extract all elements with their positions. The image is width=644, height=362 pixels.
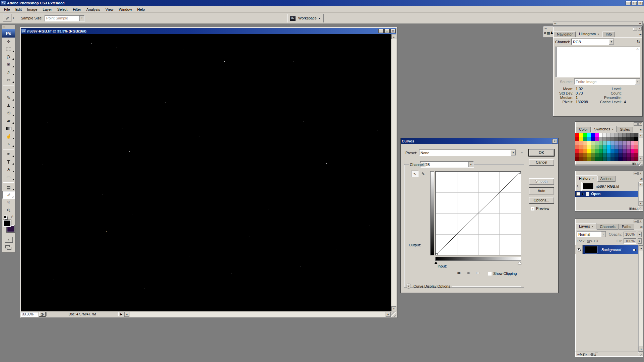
color-swatch[interactable] <box>583 141 587 145</box>
cut-panel-icon[interactable]: ✕ <box>543 31 546 35</box>
color-swatch[interactable] <box>603 153 607 157</box>
color-swatch[interactable] <box>611 149 615 153</box>
sample-size-select[interactable]: Point Sample ▼ <box>45 15 85 21</box>
gradient-tool[interactable] <box>2 125 15 132</box>
history-brush-source-well[interactable]: ↻ <box>575 182 581 191</box>
app-titlebar[interactable]: Ps Adobe Photoshop CS3 Extended —□× <box>0 0 644 6</box>
layer-thumbnail[interactable] <box>585 246 597 253</box>
zoom-tool[interactable]: ⚲ <box>2 206 15 214</box>
clone-stamp-tool[interactable]: ♟ <box>2 102 15 109</box>
tab-histogram[interactable]: Histogram× <box>576 31 602 37</box>
bridge-icon[interactable]: Br <box>290 16 296 21</box>
panel-header[interactable]: — × <box>575 122 643 126</box>
color-swatch[interactable] <box>595 141 599 145</box>
color-swatch[interactable] <box>583 145 587 149</box>
menu-layer[interactable]: Layer <box>40 7 55 12</box>
rectangular-marquee-tool[interactable] <box>2 45 15 53</box>
brushes-panel-icon[interactable]: ▦ <box>546 31 550 35</box>
quick-mask-button[interactable]: ○ <box>5 237 13 243</box>
color-swatch[interactable] <box>607 133 611 137</box>
magic-wand-tool[interactable]: ✳ <box>2 61 15 68</box>
color-swatch[interactable] <box>587 157 591 161</box>
color-swatch[interactable] <box>575 133 579 137</box>
color-swatch[interactable] <box>631 149 635 153</box>
horizontal-scroll-track[interactable] <box>130 312 385 317</box>
rectangle-tool[interactable]: ▭ <box>2 173 15 181</box>
color-swatch[interactable] <box>627 153 631 157</box>
color-swatch[interactable] <box>591 153 595 157</box>
color-swatch[interactable] <box>623 157 627 161</box>
dock-grip-icon[interactable]: ◂◂ <box>543 26 553 31</box>
slice-tool[interactable]: ✄ <box>2 76 15 84</box>
path-selection-tool[interactable]: ➤ <box>2 166 15 173</box>
menu-analysis[interactable]: Analysis <box>84 7 103 12</box>
color-swatch[interactable] <box>623 149 627 153</box>
panel-minimize-button[interactable]: — <box>634 172 638 175</box>
color-swatch[interactable] <box>595 133 599 137</box>
lock-position-icon[interactable]: ✛ <box>593 239 595 243</box>
color-swatch[interactable] <box>634 157 638 161</box>
white-point-eyedropper[interactable]: ✒ <box>476 270 480 276</box>
scroll-down-icon[interactable]: ▼ <box>391 306 396 311</box>
color-swatch[interactable] <box>599 137 603 141</box>
image-canvas[interactable] <box>21 34 391 311</box>
panel-close-button[interactable]: × <box>638 172 642 175</box>
panel-close-button[interactable]: × <box>638 122 642 126</box>
menu-edit[interactable]: Edit <box>13 7 24 12</box>
color-swatch[interactable] <box>575 149 579 153</box>
curves-titlebar[interactable]: Curves × <box>401 138 558 144</box>
color-swatch[interactable] <box>595 145 599 149</box>
fill-value[interactable]: 100% <box>624 238 636 244</box>
color-swatch[interactable] <box>599 149 603 153</box>
color-swatch[interactable] <box>634 149 638 153</box>
panel-close-button[interactable]: × <box>638 27 642 31</box>
color-swatch[interactable] <box>579 137 583 141</box>
color-swatch[interactable] <box>587 133 591 137</box>
color-swatch[interactable] <box>627 145 631 149</box>
vertical-scrollbar[interactable]: ▲ ▼ <box>391 34 396 311</box>
color-swatch[interactable] <box>619 137 623 141</box>
zoom-level-field[interactable]: 33.33% <box>21 312 38 317</box>
new-swatch-button[interactable]: ▣ <box>632 162 635 166</box>
app-minimize-button[interactable]: — <box>626 1 631 5</box>
app-restore-button[interactable]: □ <box>632 1 637 5</box>
color-swatch[interactable] <box>631 137 635 141</box>
current-tool-button[interactable]: ✑ <box>3 14 11 22</box>
smudge-tool[interactable]: ☝ <box>2 132 15 140</box>
menu-help[interactable]: Help <box>135 7 148 12</box>
default-colors-icon[interactable] <box>4 216 7 219</box>
menu-select[interactable]: Select <box>55 7 70 12</box>
histogram-channel-select[interactable]: RGB ▼ <box>571 39 614 45</box>
delete-swatch-button[interactable]: ⊔ <box>635 162 638 166</box>
history-brush-tool[interactable]: ⟲ <box>2 109 15 117</box>
type-tool[interactable]: T <box>2 158 15 166</box>
color-swatch[interactable] <box>631 153 635 157</box>
color-swatch[interactable] <box>634 137 638 141</box>
adjustment-layer-button[interactable]: ◐ <box>586 353 588 356</box>
color-swatch[interactable] <box>603 137 607 141</box>
lock-transparency-icon[interactable]: ▨ <box>587 239 590 243</box>
delete-layer-button[interactable]: ⊔ <box>594 353 596 356</box>
panel-menu-icon[interactable]: ▾≡ <box>640 226 642 230</box>
color-swatch[interactable] <box>623 141 627 145</box>
tab-channels[interactable]: Channels <box>597 224 618 230</box>
cached-data-warning-icon[interactable]: ⚠ <box>636 47 639 51</box>
tab-history[interactable]: History× <box>576 175 597 182</box>
color-swatch[interactable] <box>634 145 638 149</box>
menu-file[interactable]: File <box>1 7 13 12</box>
color-swatch[interactable] <box>579 133 583 137</box>
color-swatch[interactable] <box>579 157 583 161</box>
color-swatch[interactable] <box>627 141 631 145</box>
eyedropper-tool[interactable]: ✑ <box>2 191 15 199</box>
color-swatch[interactable] <box>623 137 627 141</box>
panel-menu-icon[interactable]: ▾≡ <box>639 33 642 37</box>
color-swatch[interactable] <box>583 149 587 153</box>
color-swatch[interactable] <box>611 141 615 145</box>
workspace-button[interactable]: Workspace ▼ <box>298 16 321 20</box>
dock-collapse-icon[interactable]: ▸▸ <box>639 22 641 24</box>
menu-image[interactable]: Image <box>24 7 40 12</box>
color-swatch[interactable] <box>591 137 595 141</box>
tab-styles[interactable]: Styles <box>617 127 633 132</box>
layer-name[interactable]: Background <box>601 248 633 252</box>
color-swatch[interactable] <box>599 133 603 137</box>
